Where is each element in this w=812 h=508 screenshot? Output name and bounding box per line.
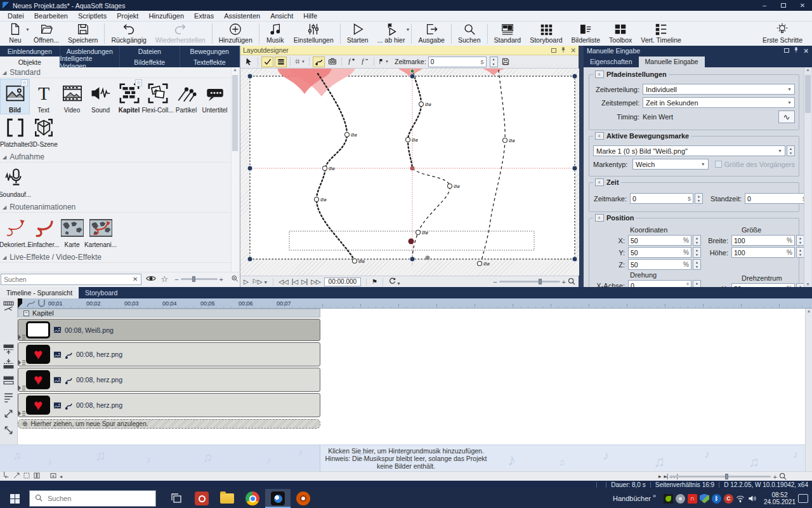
section-header-standard[interactable]: ◢Standard bbox=[0, 67, 231, 78]
palette-item-flexi[interactable]: Flexi-Coll... bbox=[143, 79, 172, 114]
field-input-box[interactable]: % bbox=[731, 235, 795, 246]
play-button[interactable]: ▷ bbox=[244, 278, 249, 285]
zeitmarke-spinner[interactable]: ▲▼ bbox=[490, 57, 498, 67]
marke-spinner[interactable]: ▲▼ bbox=[787, 145, 795, 156]
field-input[interactable] bbox=[629, 282, 686, 288]
waypoint-marker[interactable] bbox=[353, 259, 357, 264]
heart-shape-right[interactable] bbox=[481, 69, 506, 76]
palette-item-szene3d[interactable]: 3D-Szene bbox=[29, 114, 58, 148]
play-from-here-button[interactable]: ⚐▷ ▼ bbox=[252, 278, 268, 285]
waypoint-marker[interactable] bbox=[345, 133, 350, 137]
palette-item-sound[interactable]: Sound bbox=[86, 79, 115, 114]
menu-item-hinzufügen[interactable]: Hinzufügen bbox=[143, 12, 189, 20]
toolbar-storyboard-button[interactable]: Storyboard bbox=[525, 22, 566, 46]
pin-icon[interactable] bbox=[561, 46, 566, 55]
app-icon[interactable] bbox=[676, 494, 685, 504]
spinner-icon[interactable]: ▲▼ bbox=[695, 193, 703, 204]
new-track-drop-zone[interactable]: ⊕ Hierher ziehen, um neue Spur anzulegen… bbox=[18, 419, 320, 429]
pages-icon[interactable] bbox=[33, 472, 41, 481]
toolbar-bilderliste-button[interactable]: Bilderliste bbox=[567, 22, 605, 46]
taskbar-app-chrome[interactable] bbox=[240, 489, 265, 508]
zeitmarke-input[interactable] bbox=[429, 58, 481, 65]
spinner-icon[interactable]: ▲▼ bbox=[693, 247, 701, 258]
path-start-dot[interactable] bbox=[410, 69, 414, 73]
field-input[interactable] bbox=[629, 261, 683, 269]
waypoint-marker[interactable] bbox=[448, 184, 452, 189]
notification-center-icon[interactable] bbox=[798, 494, 808, 503]
timeline-track[interactable]: ♥00:08, herz.png bbox=[18, 393, 320, 417]
close-panel-icon[interactable]: ✕ bbox=[570, 46, 576, 54]
defender-icon[interactable] bbox=[700, 494, 709, 504]
toolbar-vert_timeline-button[interactable]: Vert. Timeline bbox=[636, 22, 686, 46]
minimize-button[interactable]: – bbox=[755, 0, 774, 11]
extra-handle[interactable] bbox=[426, 256, 430, 260]
menu-item-assistenten[interactable]: Assistenten bbox=[219, 12, 265, 20]
skip-start-icon[interactable]: ◁◁ bbox=[278, 278, 288, 285]
toolbar-speichern-button[interactable]: Speichern bbox=[63, 22, 102, 46]
zoom-in-icon[interactable]: + bbox=[219, 276, 223, 283]
menu-item-extras[interactable]: Extras bbox=[189, 12, 219, 20]
palette-item-kapitel[interactable]: ☆Kapitel bbox=[115, 79, 143, 114]
bluetooth-icon[interactable]: ᛒ bbox=[712, 494, 721, 504]
taskbar-search-input[interactable] bbox=[48, 495, 155, 502]
zoom-out-icon[interactable]: − bbox=[664, 473, 667, 481]
insert-track-above-icon[interactable] bbox=[3, 343, 15, 355]
volume-icon[interactable] bbox=[748, 494, 757, 504]
magnifier-icon[interactable] bbox=[779, 472, 787, 481]
zoom-in-icon[interactable]: + bbox=[562, 278, 566, 286]
tab-storyboard[interactable]: Storyboard bbox=[79, 287, 124, 298]
waypoint-marker[interactable] bbox=[315, 197, 319, 202]
waypoint-marker[interactable] bbox=[323, 166, 327, 171]
field-input[interactable] bbox=[732, 237, 787, 244]
nvidia-icon[interactable] bbox=[664, 494, 673, 504]
marker-flag-button[interactable]: ▼ bbox=[377, 57, 390, 67]
spinner-icon[interactable]: ▲▼ bbox=[693, 259, 701, 270]
collapse-group-icon[interactable]: − bbox=[23, 311, 29, 316]
zeitstempel-select[interactable]: Zeit in Sekunden▼ bbox=[643, 97, 795, 108]
rotate-view-icon[interactable]: ▼ bbox=[388, 277, 401, 286]
taskbar-app-explorer[interactable] bbox=[214, 489, 240, 508]
field-input[interactable] bbox=[631, 195, 688, 203]
tab-manuelle-eingabe[interactable]: Manuelle Eingabe bbox=[639, 57, 705, 67]
field-input[interactable] bbox=[745, 195, 802, 203]
palette-item-soundauf[interactable]: Soundauf... bbox=[1, 164, 29, 198]
toolbar-neu-button[interactable]: Neu▼ bbox=[1, 22, 29, 46]
fade-in-grip-icon[interactable] bbox=[27, 299, 36, 309]
menu-item-ansicht[interactable]: Ansicht bbox=[265, 12, 298, 20]
reset-zoom-icon[interactable] bbox=[230, 275, 240, 283]
select-tool-button[interactable] bbox=[242, 57, 254, 67]
clear-search-icon[interactable]: ✕ bbox=[129, 276, 141, 283]
collapse-icon[interactable]: » bbox=[595, 214, 604, 222]
section-header-routenanimationen[interactable]: ◢Routenanimationen bbox=[0, 202, 231, 213]
taskbar-app-stages[interactable] bbox=[265, 489, 291, 508]
wifi-icon[interactable] bbox=[736, 494, 745, 504]
restore-button[interactable] bbox=[774, 0, 793, 11]
motion-path-button[interactable] bbox=[313, 57, 325, 67]
taskbar-search-box[interactable] bbox=[29, 490, 156, 507]
apply-check-button[interactable] bbox=[261, 57, 273, 67]
designer-canvas[interactable]: ØøØøØøØøØøØøØøØøØøØø bbox=[240, 69, 579, 276]
tab-bewegungen[interactable]: Bewegungen bbox=[180, 46, 240, 57]
waypoint-marker[interactable] bbox=[478, 262, 482, 266]
field-input-box[interactable]: s bbox=[745, 193, 804, 204]
zeitverteilung-select[interactable]: Individuell▼ bbox=[643, 84, 795, 95]
save-view-icon[interactable] bbox=[49, 472, 57, 481]
add-keypoint-button[interactable]: f bbox=[345, 57, 357, 67]
tab-eigenschaften[interactable]: Eigenschaften bbox=[584, 57, 639, 67]
pin-icon[interactable] bbox=[794, 46, 799, 55]
magnifier-icon[interactable] bbox=[568, 277, 575, 286]
collapse-icon[interactable]: » bbox=[595, 178, 604, 186]
maximize-panel-icon[interactable] bbox=[784, 48, 789, 53]
palette-item-einfacher[interactable]: Einfacher... bbox=[29, 214, 58, 248]
palette-search-box[interactable]: ✕ bbox=[1, 274, 141, 285]
groesse-vorgaenger-checkbox[interactable] bbox=[715, 161, 722, 168]
field-input[interactable] bbox=[629, 249, 683, 257]
taskbar-app-irfanview[interactable] bbox=[291, 489, 316, 508]
insert-track-below-icon[interactable] bbox=[3, 358, 15, 370]
field-input-box[interactable]: % bbox=[628, 247, 691, 258]
music-track[interactable]: ♫♪♫♪♫♪♫♪♫♪♫♪♫♪♫♪ Klicken Sie hier, um Hi… bbox=[0, 444, 812, 471]
palette-scrollbar[interactable]: ▲ bbox=[231, 67, 239, 272]
toolbar-musik-button[interactable]: Musik bbox=[261, 22, 289, 46]
keyframe-toggle-icon[interactable] bbox=[18, 334, 26, 340]
menu-item-scriptlets[interactable]: Scriptlets bbox=[73, 12, 112, 20]
